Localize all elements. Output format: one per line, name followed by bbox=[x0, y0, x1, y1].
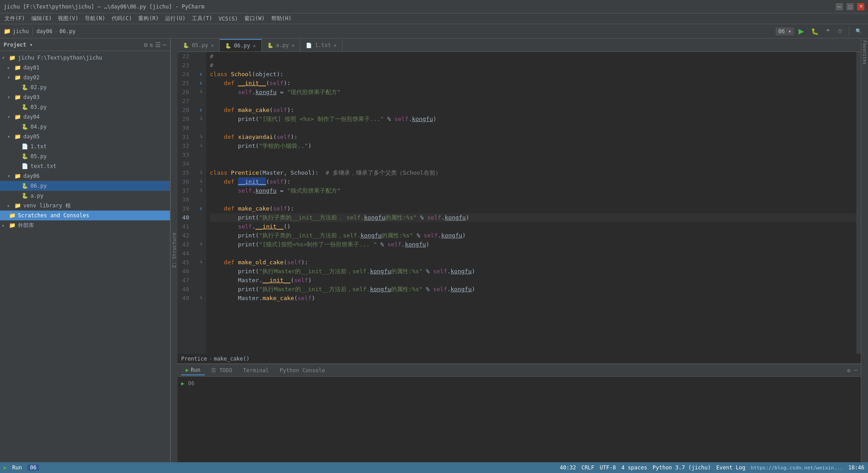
tab-label-06py: 06.py bbox=[234, 43, 250, 49]
search-everywhere-button[interactable]: 🔍 bbox=[853, 27, 864, 35]
sidebar-gear-icon[interactable]: ☰ bbox=[155, 41, 161, 48]
gutter-arrow-39[interactable]: ⬇ bbox=[199, 206, 202, 212]
minimize-button[interactable]: ─ bbox=[836, 3, 843, 10]
sidebar-settings-icon[interactable]: ⚙ bbox=[144, 41, 148, 48]
tree-item-apy[interactable]: 🐍 a.py bbox=[0, 191, 170, 201]
gutter-fold-36[interactable]: └ bbox=[200, 180, 202, 185]
gutter-fold-31[interactable]: └ bbox=[200, 135, 202, 140]
tab-close-1txt[interactable]: ✕ bbox=[334, 43, 337, 48]
gutter-arrow-25[interactable]: ⬇ bbox=[199, 80, 202, 86]
maximize-button[interactable]: □ bbox=[846, 3, 854, 10]
gutter-fold-37[interactable]: └ bbox=[200, 189, 202, 194]
menu-tools[interactable]: 工具(T) bbox=[189, 14, 215, 23]
sidebar-hide-icon[interactable]: ─ bbox=[163, 41, 166, 48]
coverage-button[interactable]: ☂ bbox=[823, 27, 833, 35]
close-button[interactable]: ✕ bbox=[857, 3, 864, 10]
bottom-hide-icon[interactable]: ─ bbox=[854, 367, 857, 374]
bottom-settings-icon[interactable]: ⚙ bbox=[847, 367, 851, 374]
tree-item-external[interactable]: ▸ 📁 外部库 bbox=[0, 220, 170, 230]
gutter-arrow-28[interactable]: ⬇ bbox=[199, 107, 202, 113]
tree-item-day04[interactable]: ▾ 📁 day04 bbox=[0, 112, 170, 122]
right-gutter bbox=[856, 52, 861, 354]
profile-button[interactable]: ⏱ bbox=[835, 28, 845, 35]
code-content[interactable]: # # class School(object): def __init__(s… bbox=[206, 52, 856, 354]
code-43-print: print bbox=[238, 240, 256, 249]
gutter-fold-43[interactable]: └ bbox=[200, 242, 202, 247]
code-48-attr: kongfu bbox=[370, 285, 391, 294]
tab-1txt[interactable]: 📄 1.txt ✕ bbox=[300, 39, 343, 52]
menu-edit[interactable]: 编辑(E) bbox=[29, 14, 55, 23]
gutter-fold-45[interactable]: └ bbox=[200, 260, 202, 265]
code-editor[interactable]: 22 23 24 25 26 27 28 29 30 31 32 33 34 3… bbox=[178, 52, 861, 354]
tree-item-root[interactable]: ▾ 📁 jichu F:\Text\python\jichu bbox=[0, 53, 170, 63]
menu-help[interactable]: 帮助(H) bbox=[269, 14, 295, 23]
folder-icon-day02: 📁 bbox=[14, 74, 22, 81]
code-line-31: def xiaoyandai(self): bbox=[210, 133, 856, 142]
status-python[interactable]: Python 3.7 (jichu) bbox=[652, 464, 711, 471]
bottom-tab-terminal[interactable]: Terminal bbox=[239, 366, 273, 375]
linenum-30: 30 bbox=[178, 124, 192, 133]
gutter-arrow-24[interactable]: ⬇ bbox=[199, 71, 202, 77]
run-button[interactable]: ▶ bbox=[796, 26, 807, 36]
tree-item-day06[interactable]: ▾ 📁 day06 bbox=[0, 171, 170, 181]
tree-item-texttxt[interactable]: 📄 text.txt bbox=[0, 161, 170, 171]
bottom-tab-todo[interactable]: ☰ TODO bbox=[207, 366, 237, 375]
code-31-self: self bbox=[277, 133, 291, 142]
gutter-fold-26[interactable]: └ bbox=[200, 90, 202, 95]
tab-apy[interactable]: 🐍 a.py ✕ bbox=[262, 39, 301, 52]
gutter-fold-35[interactable]: └ bbox=[200, 171, 202, 176]
menu-navigate[interactable]: 导航(N) bbox=[82, 14, 108, 23]
code-36-p1: ( bbox=[266, 177, 269, 186]
menu-refactor[interactable]: 重构(R) bbox=[135, 14, 161, 23]
status-event-log[interactable]: Event Log bbox=[716, 464, 746, 471]
code-40-attr: kongfu bbox=[364, 213, 385, 222]
tree-item-05py[interactable]: 🐍 05.py bbox=[0, 151, 170, 161]
tree-item-06py[interactable]: 🐍 06.py bbox=[0, 181, 170, 191]
tree-label-day04: day04 bbox=[23, 114, 39, 120]
menu-file[interactable]: 文件(F) bbox=[2, 14, 28, 23]
tree-item-1txt[interactable]: 📄 1.txt bbox=[0, 142, 170, 151]
breadcrumb-prentice[interactable]: Prentice bbox=[181, 356, 207, 362]
bottom-tab-python-console[interactable]: Python Console bbox=[275, 366, 330, 375]
menu-view[interactable]: 视图(V) bbox=[55, 14, 81, 23]
menu-vcs[interactable]: VCS(S) bbox=[216, 15, 241, 23]
bottom-tab-run[interactable]: ▶ Run bbox=[181, 366, 205, 375]
tree-item-day01[interactable]: ▸ 📁 day01 bbox=[0, 63, 170, 73]
tab-close-06py[interactable]: ✕ bbox=[253, 43, 256, 49]
tree-item-day03[interactable]: ▾ 📁 day03 bbox=[0, 92, 170, 102]
menu-code[interactable]: 代码(C) bbox=[109, 14, 135, 23]
gutter-fold-29[interactable]: └ bbox=[200, 117, 202, 122]
breadcrumb-make-cake[interactable]: make_cake() bbox=[214, 356, 249, 362]
tab-close-apy[interactable]: ✕ bbox=[291, 43, 295, 48]
tab-label-1txt: 1.txt bbox=[315, 42, 331, 48]
tab-05py[interactable]: 🐍 05.py ✕ bbox=[178, 39, 220, 52]
code-47-dot: . bbox=[259, 276, 263, 285]
gutter-fold-32[interactable]: └ bbox=[200, 144, 202, 149]
tree-item-02py[interactable]: 🐍 02.py bbox=[0, 82, 170, 92]
tree-item-04py[interactable]: 🐍 04.py bbox=[0, 122, 170, 132]
status-indent[interactable]: 4 spaces bbox=[621, 464, 647, 471]
bottom-content[interactable]: ▶ 06 bbox=[178, 377, 861, 462]
menu-run[interactable]: 运行(U) bbox=[162, 14, 188, 23]
favorites-panel: Favorites bbox=[861, 39, 868, 462]
sidebar-expand-icon[interactable]: ⇅ bbox=[149, 41, 153, 48]
debug-button[interactable]: 🐛 bbox=[808, 27, 821, 36]
tree-item-day05[interactable]: ▾ 📁 day05 bbox=[0, 132, 170, 142]
tree-item-03py[interactable]: 🐍 03.py bbox=[0, 102, 170, 112]
status-run-config[interactable]: 06 bbox=[27, 464, 39, 471]
status-crlf[interactable]: CRLF bbox=[582, 464, 595, 471]
status-run-label[interactable]: Run bbox=[12, 464, 22, 471]
menu-window[interactable]: 窗口(W) bbox=[242, 14, 268, 23]
run-config-selector[interactable]: 06 ▾ bbox=[776, 27, 794, 35]
structure-panel[interactable]: Z: Structure bbox=[170, 39, 178, 462]
tab-06py[interactable]: 🐍 06.py ✕ bbox=[220, 39, 262, 52]
tab-close-05py[interactable]: ✕ bbox=[211, 43, 214, 48]
code-line-45: def make_old_cake(self): bbox=[210, 258, 856, 267]
status-encoding[interactable]: UTF-8 bbox=[600, 464, 616, 471]
tree-item-venv[interactable]: ▸ 📁 venv library 根 bbox=[0, 201, 170, 211]
code-22-comment: # bbox=[210, 52, 213, 61]
gutter-fold-49[interactable]: └ bbox=[200, 296, 202, 301]
tree-item-day02[interactable]: ▾ 📁 day02 bbox=[0, 73, 170, 82]
favorites-label[interactable]: Favorites bbox=[862, 40, 867, 64]
tree-item-scratches[interactable]: ▸ 📁 Scratches and Consoles bbox=[0, 211, 170, 220]
